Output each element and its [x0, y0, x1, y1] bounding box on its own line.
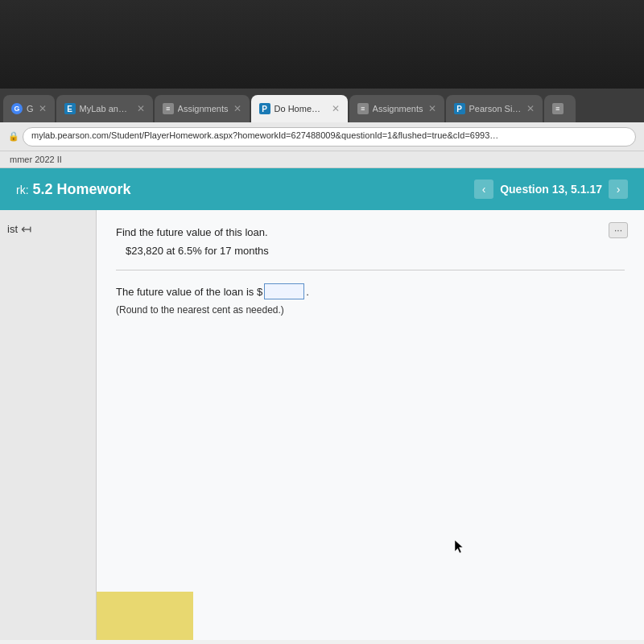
- tab-mylab[interactable]: E MyLab and M… ✕: [56, 95, 153, 122]
- dohomework-tab-icon: P: [259, 103, 270, 114]
- tab-close-icon[interactable]: ✕: [137, 103, 145, 114]
- tab-last[interactable]: ≡: [544, 95, 576, 122]
- assignments2-tab-icon: ≡: [357, 103, 369, 114]
- sidebar: ist ↤: [0, 210, 97, 640]
- answer-row: The future value of the loan is $ .: [116, 283, 625, 299]
- homework-header: rk: 5.2 Homework ‹ Question 13, 5.1.17 ›: [0, 168, 644, 210]
- sidebar-list-label: ist: [7, 223, 18, 235]
- tab-g[interactable]: G G ✕: [3, 95, 55, 122]
- address-input[interactable]: mylab.pearson.com/Student/PlayerHomework…: [23, 127, 636, 147]
- tab-close-icon[interactable]: ✕: [428, 103, 436, 114]
- tab-close-icon[interactable]: ✕: [233, 103, 242, 114]
- divider: [116, 270, 625, 270]
- question-nav: ‹ Question 13, 5.1.17 ›: [474, 180, 628, 199]
- tab-close-icon[interactable]: ✕: [526, 103, 535, 114]
- pearsonsign-tab-icon: P: [454, 103, 465, 114]
- last-tab-icon: ≡: [552, 103, 564, 114]
- homework-prefix: rk:: [16, 184, 29, 196]
- round-note: (Round to the nearest cent as needed.): [116, 304, 625, 316]
- content-area: ist ↤ ··· Find the future value of this …: [0, 210, 644, 640]
- loan-detail: $23,820 at 6.5% for 17 months: [126, 245, 625, 257]
- answer-prefix: The future value of the loan is $: [116, 286, 262, 298]
- tab-pearsonsign[interactable]: P Pearson Sign… ✕: [446, 95, 543, 122]
- sidebar-list-item[interactable]: ist ↤: [4, 218, 92, 240]
- tab-assignments1[interactable]: ≡ Assignments ✕: [155, 95, 250, 122]
- bottom-strip: [97, 592, 193, 640]
- prev-question-button[interactable]: ‹: [474, 180, 493, 199]
- more-options-button[interactable]: ···: [609, 222, 628, 238]
- tab-dohomework[interactable]: P Do Homewor… ✕: [251, 95, 348, 122]
- answer-input[interactable]: [264, 283, 304, 299]
- lock-icon: 🔒: [8, 131, 19, 142]
- mylab-tab-icon: E: [64, 103, 76, 114]
- homework-title: rk: 5.2 Homework: [16, 181, 131, 198]
- answer-suffix: .: [306, 286, 309, 298]
- tab-bar: G G ✕ E MyLab and M… ✕ ≡ Assignments ✕ P…: [0, 89, 644, 122]
- question-label: Question 13, 5.1.17: [500, 183, 602, 196]
- homework-title-text: 5.2 Homework: [33, 181, 131, 197]
- browser-window: G G ✕ E MyLab and M… ✕ ≡ Assignments ✕ P…: [0, 89, 644, 644]
- tab-close-icon[interactable]: ✕: [39, 103, 47, 114]
- tab-assignments2[interactable]: ≡ Assignments ✕: [349, 95, 444, 122]
- question-instruction: Find the future value of this loan.: [116, 226, 625, 238]
- main-content: ··· Find the future value of this loan. …: [97, 210, 644, 640]
- tab-close-icon[interactable]: ✕: [332, 103, 340, 114]
- course-header: mmer 2022 II: [0, 151, 644, 168]
- next-question-button[interactable]: ›: [609, 180, 628, 199]
- semester-label: mmer 2022 II: [10, 155, 62, 164]
- mouse-cursor: [455, 540, 464, 555]
- address-bar: 🔒 mylab.pearson.com/Student/PlayerHomewo…: [0, 122, 644, 151]
- sidebar-arrow-icon[interactable]: ↤: [21, 221, 31, 237]
- assignments1-tab-icon: ≡: [163, 103, 174, 114]
